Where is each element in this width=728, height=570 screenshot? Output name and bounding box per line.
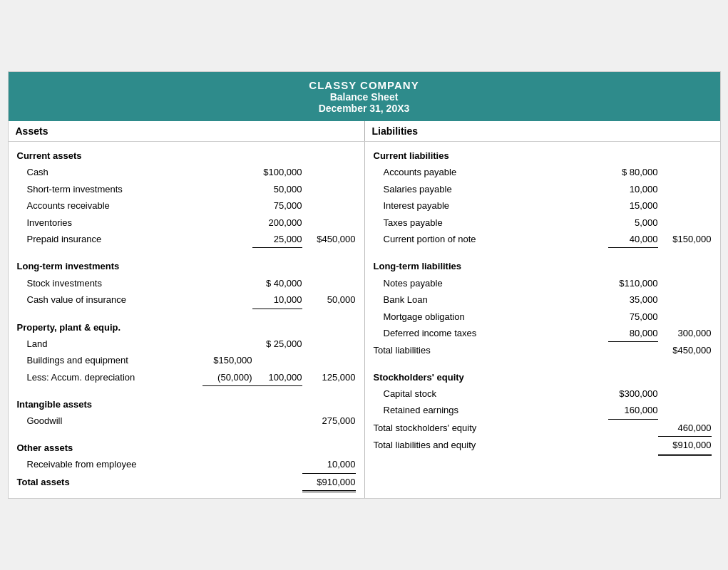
deferred-row: Deferred income taxes 80,000 300,000	[374, 325, 712, 342]
ap-label: Accounts payable	[374, 164, 608, 180]
total-liabilities-row: Total liabilities $450,000	[374, 342, 712, 358]
total-equity-label: Total stockholders' equity	[374, 420, 608, 436]
land-amount: $ 25,000	[252, 336, 302, 352]
ar-amount: 75,000	[252, 197, 302, 214]
gap2	[17, 309, 356, 319]
retained-row: Retained earnings 160,000	[374, 402, 712, 419]
depreciation-label: Less: Accum. depreciation	[17, 369, 202, 385]
current-note-label: Current portion of note	[374, 231, 608, 247]
salaries-label: Salaries payable	[374, 181, 608, 197]
lti-total: 50,000	[302, 291, 356, 308]
taxes-row: Taxes payable 5,000	[374, 214, 712, 231]
ar-label: Accounts receivable	[17, 197, 252, 214]
total-all-label: Total liabilities and equity	[374, 437, 608, 453]
report-title: Balance Sheet	[9, 91, 720, 103]
total-assets-label: Total assets	[17, 474, 252, 490]
report-date: December 31, 20X3	[9, 103, 720, 114]
cash-row: Cash $100,000	[17, 164, 356, 180]
land-row: Land $ 25,000	[17, 336, 356, 352]
deferred-label: Deferred income taxes	[374, 325, 608, 341]
cash-value-row: Cash value of insurance 10,000 50,000	[17, 291, 356, 309]
prepaid-amount: 25,000	[252, 231, 302, 248]
bank-loan-amount: 35,000	[608, 291, 658, 308]
gap6	[374, 359, 712, 369]
cash-label: Cash	[17, 164, 252, 180]
buildings-amount: $150,000	[202, 352, 252, 368]
cash-value-label: Cash value of insurance	[17, 291, 252, 308]
ltl-total: 300,000	[658, 325, 712, 341]
bank-loan-label: Bank Loan	[374, 291, 608, 308]
ppe-sub-total: 100,000	[252, 369, 302, 386]
total-assets-row: Total assets $910,000	[17, 474, 356, 492]
capital-row: Capital stock $300,000	[374, 385, 712, 402]
interest-label: Interest payable	[374, 197, 608, 214]
interest-amount: 15,000	[608, 197, 658, 214]
balance-sheet: CLASSY COMPANY Balance Sheet December 31…	[8, 71, 721, 499]
goodwill-amount: 275,000	[302, 413, 356, 429]
depreciation-amount: (50,000)	[202, 369, 252, 386]
goodwill-label: Goodwill	[17, 413, 252, 429]
ap-row: Accounts payable $ 80,000	[374, 164, 712, 180]
salaries-amount: 10,000	[608, 181, 658, 197]
capital-amount: $300,000	[608, 385, 658, 402]
total-equity-row: Total stockholders' equity 460,000	[374, 420, 712, 437]
inventories-row: Inventories 200,000	[17, 214, 356, 231]
header: CLASSY COMPANY Balance Sheet December 31…	[9, 72, 720, 121]
gap3	[17, 386, 356, 396]
notes-payable-row: Notes payable $110,000	[374, 275, 712, 291]
interest-row: Interest payable 15,000	[374, 197, 712, 214]
current-assets-header: Current assets	[17, 147, 356, 164]
receivable-row: Receivable from employee 10,000	[17, 456, 356, 473]
ltl-header: Long-term liabilities	[374, 258, 712, 274]
total-assets-amount: $910,000	[302, 474, 356, 492]
stock-label: Stock investments	[17, 275, 252, 291]
retained-label: Retained earnings	[374, 402, 608, 418]
prepaid-label: Prepaid insurance	[17, 231, 252, 247]
taxes-amount: 5,000	[608, 214, 658, 231]
equity-header: Stockholders' equity	[374, 369, 712, 385]
gap5	[374, 248, 712, 258]
assets-header: Assets	[9, 121, 364, 141]
gap4	[17, 430, 356, 440]
current-liabilities-total: $150,000	[658, 231, 712, 247]
ppe-total: 125,000	[302, 369, 356, 385]
notes-payable-label: Notes payable	[374, 275, 608, 291]
deferred-amount: 80,000	[608, 325, 658, 342]
other-header: Other assets	[17, 440, 356, 456]
land-label: Land	[17, 336, 252, 352]
stock-amount: $ 40,000	[252, 275, 302, 291]
current-note-row: Current portion of note 40,000 $150,000	[374, 231, 712, 248]
assets-panel: Current assets Cash $100,000 Short-term …	[9, 142, 364, 498]
total-liabilities-label: Total liabilities	[374, 342, 608, 358]
capital-label: Capital stock	[374, 385, 608, 402]
inventories-label: Inventories	[17, 214, 252, 231]
gap1	[17, 248, 356, 258]
stock-row: Stock investments $ 40,000	[17, 275, 356, 291]
mortgage-row: Mortgage obligation 75,000	[374, 309, 712, 325]
current-note-amount: 40,000	[608, 231, 658, 248]
depreciation-row: Less: Accum. depreciation (50,000) 100,0…	[17, 369, 356, 386]
prepaid-row: Prepaid insurance 25,000 $450,000	[17, 231, 356, 248]
main-body: Current assets Cash $100,000 Short-term …	[9, 142, 720, 498]
ap-amount: $ 80,000	[608, 164, 658, 180]
intangible-header: Intangible assets	[17, 396, 356, 413]
short-term-amount: 50,000	[252, 181, 302, 197]
inventories-amount: 200,000	[252, 214, 302, 231]
total-all-amount: $910,000	[658, 437, 712, 455]
short-term-row: Short-term investments 50,000	[17, 181, 356, 197]
current-liabilities-header: Current liabilities	[374, 147, 712, 164]
column-headers: Assets Liabilities	[9, 121, 720, 142]
buildings-row: Buildings and equipment $150,000	[17, 352, 356, 368]
company-name: CLASSY COMPANY	[9, 79, 720, 91]
retained-amount: 160,000	[608, 402, 658, 419]
short-term-label: Short-term investments	[17, 181, 252, 197]
cash-amount: $100,000	[252, 164, 302, 180]
cash-value-amount: 10,000	[252, 291, 302, 309]
taxes-label: Taxes payable	[374, 214, 608, 231]
ar-row: Accounts receivable 75,000	[17, 197, 356, 214]
receivable-amount: 10,000	[302, 456, 356, 473]
buildings-label: Buildings and equipment	[17, 352, 202, 368]
total-liabilities-amount: $450,000	[658, 342, 712, 358]
total-all-row: Total liabilities and equity $910,000	[374, 437, 712, 455]
total-equity-amount: 460,000	[658, 420, 712, 437]
